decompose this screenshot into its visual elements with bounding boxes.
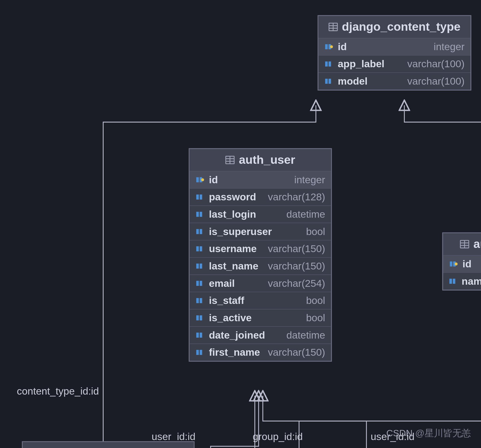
column-row: passwordvarchar(128) bbox=[190, 188, 331, 205]
svg-rect-45 bbox=[449, 279, 452, 284]
svg-rect-15 bbox=[196, 177, 199, 182]
column-type: bool bbox=[306, 295, 325, 306]
column-name: name bbox=[462, 275, 481, 287]
svg-rect-27 bbox=[200, 264, 202, 269]
column-name: id bbox=[462, 258, 471, 270]
column-type: datetime bbox=[286, 329, 325, 341]
column-name: password bbox=[209, 191, 256, 203]
column-icon bbox=[324, 60, 334, 68]
column-icon bbox=[195, 314, 205, 321]
table-title: auth_group bbox=[473, 237, 481, 251]
column-icon bbox=[195, 331, 205, 339]
column-icon bbox=[449, 277, 457, 285]
svg-point-17 bbox=[201, 178, 204, 181]
svg-rect-23 bbox=[200, 229, 202, 234]
table-icon bbox=[225, 156, 235, 164]
column-icon bbox=[195, 280, 205, 287]
watermark-site: CSDN bbox=[386, 428, 413, 438]
column-icon bbox=[195, 262, 205, 270]
svg-rect-25 bbox=[200, 246, 202, 251]
column-row: date_joineddatetime bbox=[190, 326, 331, 344]
column-row: app_labelvarchar(100) bbox=[318, 55, 470, 72]
column-icon bbox=[324, 78, 334, 85]
column-row: is_staffbool bbox=[190, 292, 331, 309]
column-type: varchar(150) bbox=[268, 243, 325, 255]
table-auth-group[interactable]: auth_groupidintegernamevarchar(150) bbox=[442, 232, 481, 291]
svg-rect-21 bbox=[200, 212, 202, 217]
column-row: idinteger bbox=[190, 171, 331, 188]
svg-rect-9 bbox=[325, 79, 328, 84]
svg-rect-26 bbox=[196, 264, 199, 269]
edge-label: content_type_id:id bbox=[17, 385, 99, 397]
svg-rect-35 bbox=[200, 333, 202, 338]
svg-rect-36 bbox=[196, 350, 199, 355]
column-row: namevarchar(150) bbox=[443, 273, 481, 290]
column-name: model bbox=[338, 75, 368, 87]
column-row: idinteger bbox=[443, 255, 481, 273]
watermark: CSDN @星川皆无恙 bbox=[386, 427, 471, 440]
svg-rect-32 bbox=[196, 315, 199, 321]
column-name: first_name bbox=[209, 347, 260, 358]
column-type: varchar(150) bbox=[268, 260, 325, 272]
table-header: auth_user bbox=[190, 149, 331, 171]
column-icon bbox=[195, 297, 205, 304]
svg-point-6 bbox=[330, 45, 333, 48]
svg-rect-22 bbox=[196, 229, 199, 234]
primary-key-icon bbox=[449, 260, 458, 268]
column-row: last_logindatetime bbox=[190, 205, 331, 223]
column-name: app_label bbox=[338, 58, 384, 70]
svg-rect-28 bbox=[196, 281, 199, 286]
svg-rect-24 bbox=[196, 246, 199, 251]
svg-rect-7 bbox=[325, 61, 328, 67]
svg-point-44 bbox=[455, 262, 458, 265]
column-name: last_login bbox=[209, 208, 256, 220]
column-icon bbox=[195, 193, 205, 201]
table-icon bbox=[460, 240, 469, 248]
column-type: bool bbox=[306, 312, 325, 324]
table-django-content-type[interactable]: django_content_typeidintegerapp_labelvar… bbox=[318, 15, 471, 91]
svg-rect-31 bbox=[200, 298, 202, 303]
table-title: django_content_type bbox=[342, 20, 461, 34]
table-django-admin-log[interactable]: django_admin_logidintegeraction_timedate… bbox=[22, 441, 195, 448]
svg-rect-29 bbox=[200, 281, 202, 286]
column-type: varchar(254) bbox=[268, 277, 325, 289]
column-name: email bbox=[209, 277, 235, 289]
column-type: bool bbox=[306, 226, 325, 237]
svg-rect-8 bbox=[329, 61, 331, 67]
primary-key-icon bbox=[324, 43, 334, 50]
column-type: varchar(128) bbox=[268, 191, 325, 203]
table-auth-user[interactable]: auth_useridintegerpasswordvarchar(128)la… bbox=[189, 148, 332, 362]
column-icon bbox=[195, 210, 205, 218]
table-header: django_admin_log bbox=[23, 442, 194, 448]
svg-rect-10 bbox=[329, 79, 331, 84]
column-type: datetime bbox=[286, 208, 325, 220]
svg-rect-4 bbox=[325, 44, 328, 49]
column-icon bbox=[195, 228, 205, 235]
column-type: integer bbox=[294, 174, 325, 186]
svg-rect-20 bbox=[196, 212, 199, 217]
svg-rect-34 bbox=[196, 333, 199, 338]
table-icon bbox=[328, 23, 338, 31]
column-name: is_staff bbox=[209, 295, 244, 306]
svg-rect-46 bbox=[453, 279, 455, 284]
column-name: date_joined bbox=[209, 329, 265, 341]
column-name: last_name bbox=[209, 260, 258, 272]
column-row: is_activebool bbox=[190, 309, 331, 326]
column-type: varchar(150) bbox=[268, 347, 325, 358]
column-name: id bbox=[209, 174, 218, 186]
column-type: varchar(100) bbox=[407, 58, 464, 70]
table-title: django_admin_log bbox=[63, 446, 167, 448]
column-icon bbox=[195, 349, 205, 356]
svg-rect-30 bbox=[196, 298, 199, 303]
svg-rect-42 bbox=[450, 261, 452, 267]
edge-label: group_id:id bbox=[253, 431, 303, 442]
svg-rect-19 bbox=[200, 194, 202, 200]
watermark-author: @星川皆无恙 bbox=[415, 428, 471, 438]
table-header: django_content_type bbox=[318, 16, 470, 38]
column-icon bbox=[195, 245, 205, 253]
column-type: integer bbox=[434, 41, 465, 52]
primary-key-icon bbox=[195, 176, 205, 183]
diagram-canvas: content_type_id:id content_type_id:id us… bbox=[0, 0, 481, 448]
column-row: modelvarchar(100) bbox=[318, 72, 470, 90]
column-name: username bbox=[209, 243, 257, 255]
